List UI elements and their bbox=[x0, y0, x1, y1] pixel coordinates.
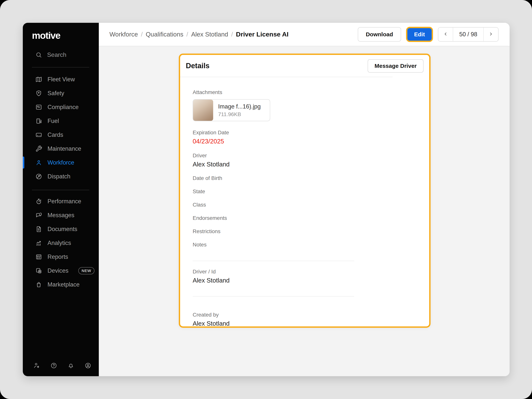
person-icon bbox=[35, 159, 42, 166]
card-divider bbox=[193, 296, 354, 297]
previous-record-button[interactable] bbox=[438, 28, 453, 41]
secondary-nav: Performance Messages Documents Analytics… bbox=[23, 194, 99, 291]
sidebar-item-devices[interactable]: Devices NEW bbox=[23, 264, 99, 278]
nav-label: Reports bbox=[48, 253, 68, 260]
breadcrumb: Workforce / Qualifications / Alex Stotla… bbox=[109, 31, 288, 38]
expiration-date-value: 04/23/2025 bbox=[193, 138, 429, 145]
breadcrumb-separator: / bbox=[186, 31, 188, 38]
details-card: Details Message Driver Attachments Image… bbox=[179, 54, 431, 328]
nav-label: Documents bbox=[48, 226, 77, 233]
map-icon bbox=[35, 76, 42, 83]
download-button[interactable]: Download bbox=[358, 27, 401, 42]
account-icon[interactable] bbox=[85, 362, 91, 369]
sidebar: motive Search Fleet View Safety bbox=[23, 23, 99, 376]
search-label: Search bbox=[47, 51, 66, 58]
document-icon bbox=[35, 226, 42, 233]
sidebar-item-reports[interactable]: Reports bbox=[23, 250, 99, 264]
next-record-button[interactable] bbox=[484, 28, 498, 41]
top-bar: Workforce / Qualifications / Alex Stotla… bbox=[99, 23, 510, 46]
breadcrumb-qualifications[interactable]: Qualifications bbox=[146, 31, 183, 38]
edit-button[interactable]: Edit bbox=[407, 28, 432, 41]
compliance-chart-icon bbox=[35, 104, 42, 111]
card-divider bbox=[193, 261, 354, 261]
report-table-icon bbox=[35, 253, 42, 260]
nav-label: Performance bbox=[48, 198, 81, 205]
page-title: Driver License AI bbox=[236, 31, 289, 38]
attachment-chip[interactable]: Image f...16).jpg 711.96KB bbox=[193, 99, 270, 121]
message-driver-button[interactable]: Message Driver bbox=[368, 59, 424, 73]
user-settings-icon[interactable] bbox=[33, 362, 40, 369]
new-badge: NEW bbox=[78, 267, 95, 274]
nav-label: Fleet View bbox=[48, 76, 75, 83]
details-card-body: Attachments Image f...16).jpg 711.96KB E… bbox=[180, 77, 429, 328]
sidebar-divider bbox=[32, 67, 89, 67]
date-of-birth-label: Date of Birth bbox=[193, 175, 429, 181]
primary-nav: Fleet View Safety Compliance Fuel Cards bbox=[23, 72, 99, 183]
driver-id-label: Driver / Id bbox=[193, 269, 429, 275]
nav-label: Marketplace bbox=[48, 281, 80, 288]
details-title: Details bbox=[186, 62, 209, 70]
sidebar-item-marketplace[interactable]: Marketplace bbox=[23, 278, 99, 291]
sidebar-item-analytics[interactable]: Analytics bbox=[23, 236, 99, 250]
driver-label: Driver bbox=[193, 152, 429, 159]
app-window: motive Search Fleet View Safety bbox=[23, 23, 510, 376]
details-card-header: Details Message Driver bbox=[180, 55, 429, 77]
restrictions-label: Restrictions bbox=[193, 228, 429, 234]
credit-card-icon bbox=[35, 132, 42, 138]
created-by-label: Created by bbox=[193, 312, 429, 318]
nav-label: Workforce bbox=[48, 159, 74, 166]
nav-label: Maintenance bbox=[48, 145, 81, 152]
breadcrumb-workforce[interactable]: Workforce bbox=[109, 31, 138, 38]
screen-background: motive Search Fleet View Safety bbox=[0, 0, 532, 399]
sidebar-item-dispatch[interactable]: Dispatch bbox=[23, 170, 99, 183]
nav-label: Cards bbox=[48, 132, 63, 138]
shopping-bag-icon bbox=[35, 281, 42, 288]
state-label: State bbox=[193, 189, 429, 195]
help-icon[interactable] bbox=[50, 362, 57, 369]
attachment-file-size: 711.96KB bbox=[218, 111, 261, 117]
nav-label: Messages bbox=[48, 212, 74, 219]
sidebar-search[interactable]: Search bbox=[35, 51, 99, 58]
sidebar-item-compliance[interactable]: Compliance bbox=[23, 100, 99, 114]
breadcrumb-driver[interactable]: Alex Stotland bbox=[191, 31, 228, 38]
main-area: Workforce / Qualifications / Alex Stotla… bbox=[99, 23, 510, 376]
sidebar-item-workforce[interactable]: Workforce bbox=[23, 156, 99, 170]
header-actions: Download Edit 50 / 98 bbox=[358, 27, 499, 42]
chevron-left-icon bbox=[443, 32, 448, 37]
class-label: Class bbox=[193, 202, 429, 208]
attachment-file-name: Image f...16).jpg bbox=[218, 103, 261, 110]
driver-value: Alex Stotland bbox=[193, 161, 429, 168]
attachment-thumbnail bbox=[193, 100, 213, 121]
chat-bubbles-icon bbox=[35, 212, 42, 219]
edit-button-focus-ring: Edit bbox=[406, 27, 433, 42]
shield-icon bbox=[35, 90, 42, 97]
sidebar-item-maintenance[interactable]: Maintenance bbox=[23, 142, 99, 156]
sidebar-item-fleet-view[interactable]: Fleet View bbox=[23, 72, 99, 86]
sidebar-item-performance[interactable]: Performance bbox=[23, 194, 99, 208]
attachments-label: Attachments bbox=[193, 89, 429, 95]
nav-label: Fuel bbox=[48, 118, 59, 124]
breadcrumb-separator: / bbox=[141, 31, 143, 38]
fuel-pump-icon bbox=[35, 118, 42, 124]
chart-arrow-icon bbox=[35, 240, 42, 247]
sidebar-item-cards[interactable]: Cards bbox=[23, 128, 99, 142]
driver-id-value: Alex Stotland bbox=[193, 277, 429, 284]
nav-label: Analytics bbox=[48, 240, 71, 247]
pagination-count: 50 / 98 bbox=[453, 28, 484, 41]
sidebar-divider bbox=[32, 190, 89, 190]
wrench-icon bbox=[35, 145, 42, 152]
notes-label: Notes bbox=[193, 242, 429, 248]
nav-label: Safety bbox=[48, 90, 64, 97]
created-by-name: Alex Stotland bbox=[193, 320, 429, 327]
notifications-bell-icon[interactable] bbox=[67, 362, 74, 369]
record-pagination: 50 / 98 bbox=[438, 27, 499, 42]
endorsements-label: Endorsements bbox=[193, 215, 429, 221]
stopwatch-icon bbox=[35, 198, 42, 205]
devices-icon bbox=[35, 267, 42, 274]
search-icon bbox=[35, 51, 42, 58]
chevron-right-icon bbox=[488, 32, 494, 37]
sidebar-item-messages[interactable]: Messages bbox=[23, 208, 99, 222]
sidebar-item-fuel[interactable]: Fuel bbox=[23, 114, 99, 128]
sidebar-item-safety[interactable]: Safety bbox=[23, 86, 99, 100]
sidebar-item-documents[interactable]: Documents bbox=[23, 222, 99, 236]
